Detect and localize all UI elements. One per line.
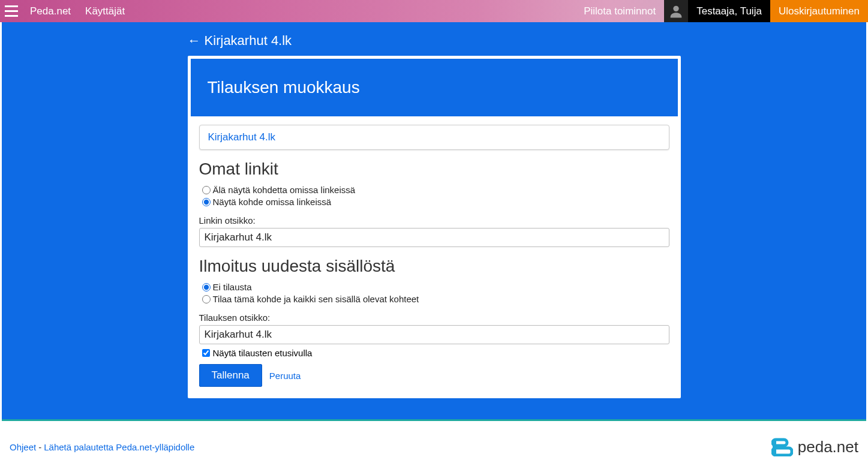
show-on-front-checkbox[interactable]: [202, 349, 210, 357]
radio-hide-input[interactable]: [202, 186, 211, 194]
svg-point-0: [674, 5, 679, 11]
subscription-title-input[interactable]: [199, 325, 669, 344]
back-link[interactable]: ← Kirjakarhut 4.lk: [188, 29, 681, 56]
link-title-input[interactable]: [199, 228, 669, 247]
top-left-nav: Peda.net Käyttäjät: [23, 0, 132, 22]
top-right-nav: Piilota toiminnot Testaaja, Tuija Uloski…: [575, 0, 868, 22]
footer: Ohjeet - Lähetä palautetta Peda.net-yllä…: [0, 421, 868, 473]
logout-button[interactable]: Uloskirjautuminen: [770, 0, 868, 22]
radio-show-in-links[interactable]: Näytä kohde omissa linkeissä: [202, 197, 669, 207]
show-on-front-row[interactable]: Näytä tilausten etusivulla: [202, 348, 669, 358]
radio-none-label: Ei tilausta: [213, 282, 252, 292]
notification-heading: Ilmoitus uudesta sisällöstä: [199, 257, 669, 276]
peda-logo-icon: [771, 437, 793, 456]
hide-actions-link[interactable]: Piilota toiminnot: [575, 0, 664, 22]
footer-feedback-link[interactable]: Lähetä palautetta Peda.net-ylläpidolle: [44, 442, 194, 452]
save-button[interactable]: Tallenna: [199, 364, 262, 387]
main-area: ← Kirjakarhut 4.lk Tilauksen muokkaus Ki…: [2, 22, 866, 419]
radio-subscribe[interactable]: Tilaa tämä kohde ja kaikki sen sisällä o…: [202, 294, 669, 304]
radio-none-input[interactable]: [202, 283, 211, 291]
users-link[interactable]: Käyttäjät: [78, 0, 132, 22]
footer-help-link[interactable]: Ohjeet: [10, 442, 36, 452]
content-wrap: ← Kirjakarhut 4.lk Tilauksen muokkaus Ki…: [188, 29, 681, 419]
radio-show-label: Näytä kohde omissa linkeissä: [213, 197, 332, 207]
cancel-link[interactable]: Peruuta: [269, 371, 301, 381]
top-bar: Peda.net Käyttäjät Piilota toiminnot Tes…: [0, 0, 868, 22]
site-home-link[interactable]: Peda.net: [23, 0, 78, 22]
footer-logo: peda.net: [771, 437, 858, 456]
footer-brand-text: peda.net: [798, 438, 858, 456]
card-title: Tilauksen muokkaus: [191, 59, 678, 116]
show-on-front-label: Näytä tilausten etusivulla: [213, 348, 313, 358]
link-title-label: Linkin otsikko:: [199, 215, 669, 226]
footer-separator: -: [38, 442, 41, 452]
form-card: Tilauksen muokkaus Kirjakarhut 4.lk Omat…: [188, 56, 681, 398]
radio-subscribe-input[interactable]: [202, 295, 211, 303]
user-name[interactable]: Testaaja, Tuija: [688, 0, 770, 22]
action-row: Tallenna Peruuta: [199, 364, 669, 387]
svg-rect-3: [773, 440, 776, 455]
target-link-box[interactable]: Kirjakarhut 4.lk: [199, 125, 669, 150]
avatar[interactable]: [664, 0, 688, 22]
radio-hide-in-links[interactable]: Älä näytä kohdetta omissa linkeissä: [202, 185, 669, 195]
menu-icon[interactable]: [0, 0, 23, 22]
radio-subscribe-label: Tilaa tämä kohde ja kaikki sen sisällä o…: [213, 294, 419, 304]
own-links-heading: Omat linkit: [199, 160, 669, 179]
subscription-title-label: Tilauksen otsikko:: [199, 312, 669, 323]
radio-show-input[interactable]: [202, 198, 211, 206]
radio-hide-label: Älä näytä kohdetta omissa linkeissä: [213, 185, 356, 195]
radio-no-subscription[interactable]: Ei tilausta: [202, 282, 669, 292]
